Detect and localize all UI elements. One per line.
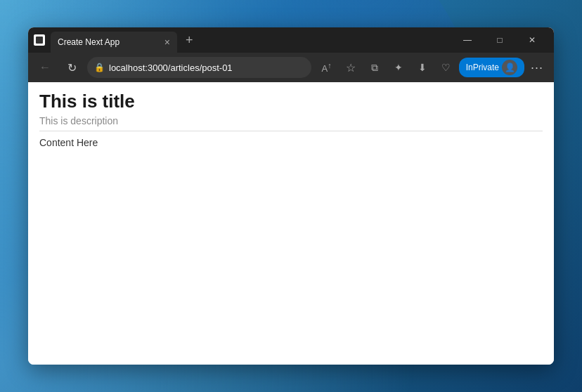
page-description: This is description <box>39 115 543 126</box>
page-content: This is title This is description Conten… <box>28 82 554 365</box>
page-title: This is title <box>39 91 543 112</box>
tab-favicon <box>34 34 45 46</box>
maximize-button[interactable]: □ <box>484 27 516 53</box>
browser-tab[interactable]: Create Next App × <box>51 32 177 53</box>
page-divider <box>39 131 543 131</box>
star-icon: ☆ <box>346 61 356 74</box>
split-view-button[interactable]: ⧉ <box>363 56 386 79</box>
new-tab-button[interactable]: + <box>186 34 193 46</box>
inprivate-label: InPrivate <box>466 63 499 72</box>
browser-window: Create Next App × + — □ ✕ ← ↻ 🔒 localhos… <box>28 27 554 365</box>
read-aloud-button[interactable]: A↑ <box>316 56 338 79</box>
minimize-button[interactable]: — <box>451 27 484 53</box>
lock-icon: 🔒 <box>94 63 105 72</box>
avatar: 👤 <box>502 60 517 75</box>
nav-right-buttons: A↑ ☆ ⧉ ✦ ⬇ ♡ InPrivate 👤 <box>316 56 548 79</box>
title-bar: Create Next App × + — □ ✕ <box>28 27 554 53</box>
read-aloud-icon: A↑ <box>322 61 332 74</box>
address-text: localhost:3000/articles/post-01 <box>109 63 304 73</box>
favorites-button[interactable]: ☆ <box>340 56 362 79</box>
page-body: Content Here <box>39 137 543 148</box>
back-icon: ← <box>39 61 51 74</box>
download-button[interactable]: ⬇ <box>411 56 434 79</box>
back-button[interactable]: ← <box>34 56 56 79</box>
more-icon: ··· <box>531 60 543 75</box>
collections-button[interactable]: ✦ <box>387 56 410 79</box>
navigation-bar: ← ↻ 🔒 localhost:3000/articles/post-01 A↑… <box>28 53 554 82</box>
refresh-button[interactable]: ↻ <box>60 56 83 79</box>
heart-icon: ♡ <box>441 62 451 73</box>
address-bar[interactable]: 🔒 localhost:3000/articles/post-01 <box>87 57 311 78</box>
window-controls: — □ ✕ <box>451 27 548 53</box>
avatar-icon: 👤 <box>505 63 515 72</box>
inprivate-button[interactable]: InPrivate 👤 <box>459 58 524 77</box>
tab-title: Create Next App <box>58 37 160 47</box>
collections-icon: ✦ <box>394 62 403 73</box>
heart-button[interactable]: ♡ <box>435 56 458 79</box>
split-icon: ⧉ <box>371 62 378 74</box>
refresh-icon: ↻ <box>67 61 77 74</box>
download-icon: ⬇ <box>418 62 427 73</box>
close-button[interactable]: ✕ <box>516 27 548 53</box>
more-options-button[interactable]: ··· <box>526 56 548 79</box>
tab-close-button[interactable]: × <box>164 37 170 47</box>
